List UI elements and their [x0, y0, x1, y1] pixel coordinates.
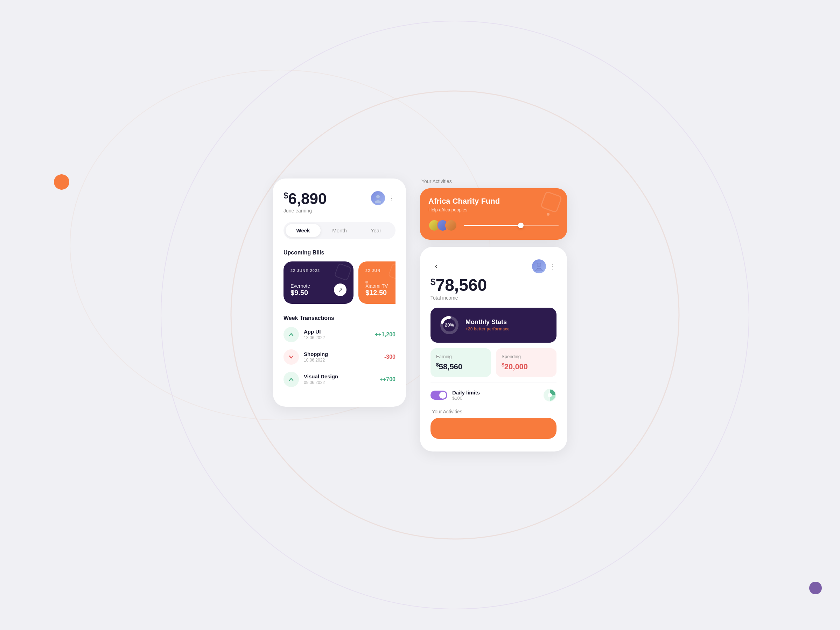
bill-date-1: 22 JUNE 2022: [291, 268, 346, 273]
total-amount: $78,560: [431, 277, 556, 294]
bill-date-2: 22 JUN: [365, 268, 395, 273]
monthly-stats: 20% Monthly Stats +20 better performace: [431, 308, 556, 343]
bill-details-1: Evernote $9.50: [291, 283, 310, 297]
more-dots-button[interactable]: ⋮: [388, 194, 395, 202]
stats-sub: +20 better performace: [466, 327, 510, 332]
right-header-actions: ⋮: [532, 259, 556, 273]
daily-limits-toggle[interactable]: [431, 391, 447, 400]
charity-avatar-3: [445, 219, 457, 231]
daily-limits-row: Daily limits $100: [431, 382, 556, 407]
your-activities-label: Your Activities: [431, 409, 556, 414]
donut-chart: 20%: [439, 315, 460, 336]
orange-bottom-preview: [431, 418, 556, 439]
charity-footer: [428, 219, 559, 231]
tx-icon-down: [284, 349, 299, 365]
earning-box: Earning $58,560: [431, 348, 491, 377]
earning-info: $6,890 June earning: [284, 191, 327, 213]
charity-avatars: [428, 219, 453, 231]
total-currency: $: [431, 276, 436, 287]
tx-name-1: App UI: [304, 328, 370, 335]
bill-xiaomi[interactable]: 22 JUN Xiaomi TV $12.50: [358, 261, 395, 304]
tab-week[interactable]: Week: [286, 224, 321, 237]
tx-date-1: 13.06.2022: [304, 335, 370, 340]
spending-amount-value: 20,000: [504, 362, 528, 371]
currency-symbol: $: [284, 191, 288, 200]
tx-date-2: 10.06.2022: [304, 358, 379, 363]
svg-point-3: [54, 174, 69, 190]
transactions-label: Week Transactions: [284, 315, 395, 321]
tx-amount-3: ++700: [380, 376, 395, 382]
toggle-knob: [439, 392, 446, 399]
back-button[interactable]: ‹: [431, 261, 442, 272]
progress-bar: [464, 225, 559, 226]
bill-evernote[interactable]: 22 JUNE 2022 Evernote $9.50 ↗: [284, 261, 354, 304]
total-label: Total income: [431, 295, 556, 301]
charity-card: Africa Charity Fund Help africa peoples: [420, 188, 567, 240]
right-avatar: [532, 259, 546, 273]
tx-amount-1: ++1,200: [375, 332, 395, 338]
earning-label: June earning: [284, 208, 327, 213]
spending-box-amount: $20,000: [502, 362, 551, 371]
daily-amount: $100: [452, 395, 538, 401]
activity-top-label: Your Activities: [420, 178, 567, 184]
progress-knob[interactable]: [518, 223, 524, 228]
tx-info-1: App UI 13.06.2022: [304, 328, 370, 340]
daily-title: Daily limits: [452, 390, 538, 395]
tx-icon-up-2: [284, 372, 299, 387]
bill-name-1: Evernote: [291, 283, 310, 289]
earning-amount: $6,890: [284, 191, 327, 207]
stats-sub-text: better performace: [472, 327, 509, 332]
earning-box-amount: $58,560: [436, 362, 485, 371]
charity-card-wrapper: Africa Charity Fund Help africa peoples: [420, 188, 567, 240]
bill-amount-2: $12.50: [365, 289, 388, 297]
card-header: $6,890 June earning ⋮: [284, 191, 395, 213]
bill-arrow-button[interactable]: ↗: [334, 284, 346, 296]
stats-title: Monthly Stats: [466, 319, 510, 326]
left-card: $6,890 June earning ⋮: [273, 178, 406, 407]
bill-name-2: Xiaomi TV: [365, 283, 388, 289]
transaction-item: Visual Design 09.06.2022 ++700: [284, 372, 395, 387]
svg-point-11: [537, 263, 541, 267]
pie-icon: [543, 388, 556, 402]
tx-info-2: Shopping 10.06.2022: [304, 351, 379, 363]
toggle-wrap: [431, 391, 447, 400]
avatar: [371, 191, 385, 205]
earning-value: 6,890: [288, 190, 327, 207]
tx-date-3: 09.06.2022: [304, 380, 375, 385]
stats-text: Monthly Stats +20 better performace: [466, 319, 510, 332]
total-value: 78,560: [436, 276, 487, 294]
upcoming-bills-label: Upcoming Bills: [284, 249, 395, 256]
daily-info: Daily limits $100: [452, 390, 538, 401]
bill-details-2: Xiaomi TV $12.50: [365, 283, 388, 297]
donut-label: 20%: [439, 315, 460, 336]
svg-point-16: [548, 393, 552, 397]
tx-amount-2: -300: [384, 354, 395, 360]
bill-amount-1: $9.50: [291, 289, 310, 297]
progress-bar-bg: [464, 225, 559, 226]
transaction-item: Shopping 10.06.2022 -300: [284, 349, 395, 365]
bill-bottom-1: Evernote $9.50 ↗: [291, 283, 346, 297]
bills-row: 22 JUNE 2022 Evernote $9.50 ↗ 22 JUN Xia…: [284, 261, 395, 304]
tx-name-3: Visual Design: [304, 373, 375, 379]
activity-top-section: Your Activities Africa Charity Fund Help…: [420, 178, 567, 240]
tx-name-2: Shopping: [304, 351, 379, 357]
progress-bar-fill: [464, 225, 521, 226]
earning-box-label: Earning: [436, 354, 485, 359]
bill-bottom-2: Xiaomi TV $12.50: [365, 283, 395, 297]
tab-year[interactable]: Year: [358, 224, 393, 237]
charity-dot-1: [547, 213, 549, 216]
spending-box-label: Spending: [502, 354, 551, 359]
right-more-dots-button[interactable]: ⋮: [549, 262, 556, 270]
transaction-item: App UI 13.06.2022 ++1,200: [284, 327, 395, 342]
charity-subtitle: Help africa peoples: [428, 207, 559, 212]
header-right: ⋮: [371, 191, 395, 205]
period-tabs: Week Month Year: [284, 222, 395, 239]
tx-info-3: Visual Design 09.06.2022: [304, 373, 375, 385]
svg-point-4: [809, 582, 822, 594]
tab-month[interactable]: Month: [322, 224, 357, 237]
charity-title: Africa Charity Fund: [428, 197, 559, 206]
stats-highlight: +20: [466, 327, 472, 332]
cards-wrapper: $6,890 June earning ⋮: [273, 178, 567, 452]
spending-currency: $: [502, 362, 504, 368]
tx-icon-up: [284, 327, 299, 342]
